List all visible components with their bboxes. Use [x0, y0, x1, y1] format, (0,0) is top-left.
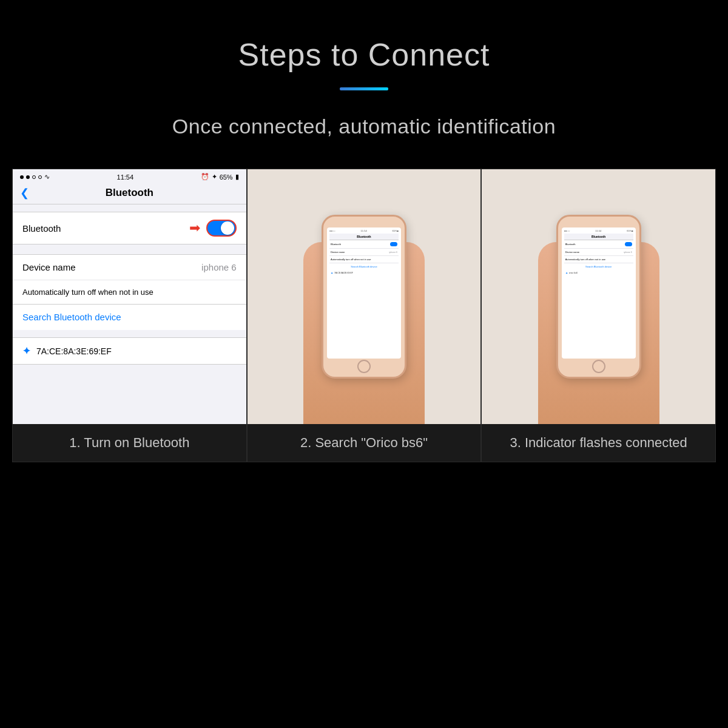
- mini-nav-3: Bluetooth: [564, 234, 633, 240]
- mini-auto-row-2: Automatically turn off when not in use: [329, 256, 399, 263]
- signal-dot-4: [38, 175, 42, 179]
- auto-turnoff-label: Automatically turn off when not in use: [22, 288, 153, 297]
- arrow-icon: ➡: [189, 220, 200, 236]
- mini-search-link-2: Search Bluetooth device: [329, 263, 399, 270]
- device-mac-address: 7A:CE:8A:3E:69:EF: [36, 346, 112, 356]
- mini-nav-2: Bluetooth: [329, 234, 399, 240]
- phone-wrapper-2: ●●○○ 11:54 65%■ Bluetooth Bluetooth: [322, 215, 406, 379]
- mini-bt-label-3: Bluetooth: [565, 243, 576, 246]
- phone-wrapper-3: ●●○○ 11:54 65%■ Bluetooth Bluetooth: [556, 215, 641, 379]
- mini-bt-sym: ✦: [331, 271, 333, 275]
- card-2-step-label: 2. Search "Orico bs6": [294, 424, 434, 462]
- mini-bt-row-3: Bluetooth: [564, 240, 633, 249]
- signal-dot-2: [26, 175, 30, 179]
- cards-container: ∿ 11:54 ⏰ ✦ 65% ▮ ❮ Bluetooth: [12, 169, 716, 462]
- mini-signal: ●●○○: [329, 229, 335, 232]
- mini-status-3: ●●○○ 11:54 65%■: [564, 229, 633, 232]
- bluetooth-status-icon: ✦: [212, 173, 217, 181]
- ios-back-button[interactable]: ❮: [20, 186, 29, 200]
- phone-home-btn-2: [357, 360, 371, 373]
- mini-bt-sym-3: ✦: [565, 271, 568, 275]
- bluetooth-label: Bluetooth: [22, 223, 61, 234]
- ios-bluetooth-section: Bluetooth ➡: [13, 212, 246, 244]
- battery-icon: ▮: [235, 173, 239, 181]
- toggle-container: ➡: [189, 220, 237, 237]
- battery-text: 65%: [220, 174, 233, 181]
- mini-mac-2: 7A:CE:8A:3E:69:EF: [334, 272, 353, 274]
- card-3-step-label: 3. Indicator flashes connected: [504, 424, 693, 462]
- page-title: Steps to Connect: [238, 36, 490, 73]
- card-1: ∿ 11:54 ⏰ ✦ 65% ▮ ❮ Bluetooth: [12, 169, 247, 462]
- mini-auto-label-3: Automatically turn off when not in use: [565, 258, 605, 261]
- auto-turnoff-row: Automatically turn off when not in use: [13, 280, 246, 304]
- ios-nav-bar: ❮ Bluetooth: [13, 182, 246, 204]
- mini-time: 11:54: [361, 229, 367, 232]
- toggle-knob: [221, 221, 234, 235]
- bluetooth-symbol-icon: ✦: [22, 345, 30, 357]
- mini-search-link-3: Search Bluetooth device: [564, 263, 633, 270]
- phone-silhouette-2: ●●○○ 11:54 65%■ Bluetooth Bluetooth: [322, 215, 406, 379]
- mini-device-label: Device name: [331, 251, 345, 254]
- mini-content-3: ●●○○ 11:54 65%■ Bluetooth Bluetooth: [562, 228, 636, 278]
- iphone-screen: ∿ 11:54 ⏰ ✦ 65% ▮ ❮ Bluetooth: [13, 169, 246, 424]
- mini-bt-row-2: Bluetooth: [329, 240, 399, 249]
- mini-battery-3: 65%■: [627, 229, 633, 232]
- card-1-image: ∿ 11:54 ⏰ ✦ 65% ▮ ❮ Bluetooth: [13, 169, 246, 424]
- card-2-image: ●●○○ 11:54 65%■ Bluetooth Bluetooth: [248, 169, 481, 424]
- signal-dot-3: [32, 175, 36, 179]
- phone-home-btn-3: [592, 360, 605, 373]
- device-name-value: iphone 6: [201, 262, 237, 272]
- bluetooth-row: Bluetooth ➡: [13, 212, 246, 244]
- mini-auto-row-3: Automatically turn off when not in use: [564, 256, 633, 263]
- mini-toggle-2: [390, 242, 397, 246]
- status-left: ∿: [20, 173, 50, 181]
- alarm-icon: ⏰: [201, 173, 209, 181]
- card-1-step-label: 1. Turn on Bluetooth: [63, 424, 195, 462]
- phone-silhouette-3: ●●○○ 11:54 65%■ Bluetooth Bluetooth: [556, 215, 641, 379]
- mini-content-2: ●●○○ 11:54 65%■ Bluetooth Bluetooth: [327, 228, 401, 278]
- device-name-label: Device name: [22, 262, 76, 272]
- mini-device-val: iphone 6: [389, 251, 397, 254]
- card-3: ●●○○ 11:54 65%■ Bluetooth Bluetooth: [481, 169, 716, 462]
- mini-signal-3: ●●○○: [564, 229, 570, 232]
- mini-mac-3: orico bs6: [569, 272, 578, 274]
- status-right: ⏰ ✦ 65% ▮: [201, 173, 239, 181]
- mini-mac-row-3: ✦ orico bs6: [564, 270, 633, 276]
- mini-battery: 65%■: [393, 229, 399, 232]
- mini-device-val-3: iphone 6: [624, 251, 632, 254]
- mini-status-2: ●●○○ 11:54 65%■: [329, 229, 399, 232]
- device-name-row: Device name iphone 6: [13, 255, 246, 280]
- card-3-image: ●●○○ 11:54 65%■ Bluetooth Bluetooth: [482, 169, 715, 424]
- ios-status-bar: ∿ 11:54 ⏰ ✦ 65% ▮: [13, 169, 246, 182]
- mini-bt-label: Bluetooth: [331, 243, 341, 246]
- mini-auto-label: Automatically turn off when not in use: [331, 258, 371, 261]
- mini-mac-row-2: ✦ 7A:CE:8A:3E:69:EF: [329, 270, 399, 276]
- card-2: ●●○○ 11:54 65%■ Bluetooth Bluetooth: [247, 169, 482, 462]
- status-time: 11:54: [117, 174, 134, 181]
- mini-device-row-3: Device name iphone 6: [564, 249, 633, 256]
- signal-dot-1: [20, 175, 24, 179]
- search-bluetooth-row[interactable]: Search Bluetooth device: [13, 305, 246, 330]
- phone-in-hand-2: ●●○○ 11:54 65%■ Bluetooth Bluetooth: [248, 169, 481, 424]
- phone-screen-mini-2: ●●○○ 11:54 65%■ Bluetooth Bluetooth: [327, 228, 401, 359]
- subtitle: Once connected, automatic identification: [172, 115, 556, 138]
- phone-screen-mini-3: ●●○○ 11:54 65%■ Bluetooth Bluetooth: [562, 228, 636, 359]
- search-bluetooth-link[interactable]: Search Bluetooth device: [22, 312, 121, 322]
- mini-device-row-2: Device name iphone 6: [329, 249, 399, 256]
- ios-mac-section: ✦ 7A:CE:8A:3E:69:EF: [13, 337, 246, 365]
- blue-divider: [340, 87, 388, 90]
- ios-nav-title: Bluetooth: [106, 187, 153, 199]
- bluetooth-toggle[interactable]: [206, 220, 237, 237]
- phone-in-hand-3: ●●○○ 11:54 65%■ Bluetooth Bluetooth: [482, 169, 715, 424]
- ios-device-section: Device name iphone 6 Automatically turn …: [13, 254, 246, 305]
- mini-toggle-3: [625, 242, 632, 246]
- mini-device-label-3: Device name: [565, 251, 579, 254]
- wifi-icon: ∿: [44, 173, 50, 181]
- mini-time-3: 11:54: [595, 229, 601, 232]
